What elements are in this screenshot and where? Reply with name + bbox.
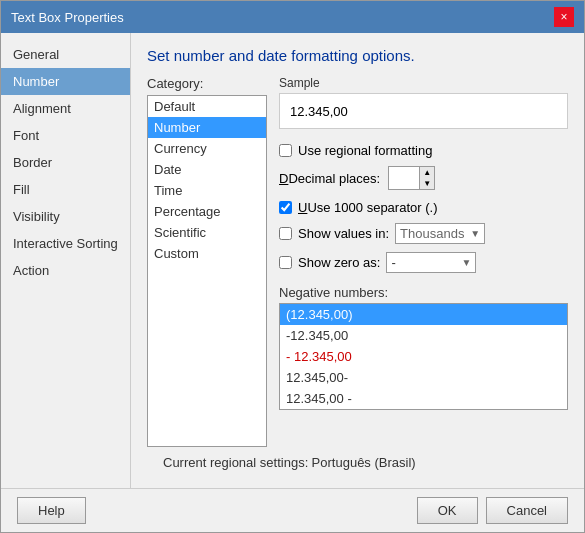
negative-item-1[interactable]: (12.345,00) [280,304,567,325]
decimal-places-input[interactable]: 2 [389,169,419,188]
category-item-time[interactable]: Time [148,180,266,201]
show-zero-value: - [391,255,395,270]
negative-item-2[interactable]: -12.345,00 [280,325,567,346]
spin-buttons: ▲ ▼ [419,167,434,189]
use-regional-label[interactable]: Use regional formatting [298,143,432,158]
titlebar: Text Box Properties × [1,1,584,33]
category-item-percentage[interactable]: Percentage [148,201,266,222]
sidebar-item-interactive-sorting[interactable]: Interactive Sorting [1,230,130,257]
decimal-places-label: DDecimal places: [279,171,380,186]
sidebar-item-fill[interactable]: Fill [1,176,130,203]
category-item-scientific[interactable]: Scientific [148,222,266,243]
category-item-default[interactable]: Default [148,96,266,117]
dialog-body: General Number Alignment Font Border Fil… [1,33,584,488]
sample-box: 12.345,00 [279,93,568,129]
use-1000-separator-label[interactable]: UUse 1000 separator (.) [298,200,437,215]
negative-item-4[interactable]: 12.345,00- [280,367,567,388]
show-zero-checkbox[interactable] [279,256,292,269]
negative-label: Negative numbers: [279,285,568,300]
category-label: Category: [147,76,267,91]
regional-label: Current regional settings: [163,455,308,470]
sample-value: 12.345,00 [290,104,348,119]
sidebar-item-number[interactable]: Number [1,68,130,95]
spin-up-button[interactable]: ▲ [420,167,434,178]
category-list[interactable]: Default Number Currency Date Time Percen… [147,95,267,447]
spin-down-button[interactable]: ▼ [420,178,434,189]
show-values-row: Show values in: Thousands ▼ [279,223,568,244]
options-panel: Sample 12.345,00 Use regional formatting… [279,76,568,447]
show-zero-row: Show zero as: - ▼ [279,252,568,273]
dialog-title: Text Box Properties [11,10,124,25]
use-1000-separator-checkbox[interactable] [279,201,292,214]
sidebar-item-alignment[interactable]: Alignment [1,95,130,122]
show-values-option: Thousands [400,226,464,241]
regional-value: Português (Brasil) [312,455,416,470]
show-values-label[interactable]: Show values in: [298,226,389,241]
negative-item-5[interactable]: 12.345,00 - [280,388,567,409]
category-item-number[interactable]: Number [148,117,266,138]
main-area: Category: Default Number Currency Date T… [147,76,568,447]
negative-list[interactable]: (12.345,00) -12.345,00 - 12.345,00 12.34… [279,303,568,410]
sidebar-item-visibility[interactable]: Visibility [1,203,130,230]
negative-item-3[interactable]: - 12.345,00 [280,346,567,367]
help-button[interactable]: Help [17,497,86,524]
negative-section: Negative numbers: (12.345,00) -12.345,00… [279,285,568,410]
close-button[interactable]: × [554,7,574,27]
show-zero-label[interactable]: Show zero as: [298,255,380,270]
use-regional-checkbox[interactable] [279,144,292,157]
dialog-footer: Help OK Cancel [1,488,584,532]
category-item-custom[interactable]: Custom [148,243,266,264]
sample-label: Sample [279,76,568,90]
sidebar-item-general[interactable]: General [1,41,130,68]
show-zero-dropdown[interactable]: - ▼ [386,252,476,273]
sidebar-item-font[interactable]: Font [1,122,130,149]
dropdown-arrow-icon: ▼ [470,228,480,239]
sidebar-item-action[interactable]: Action [1,257,130,284]
ok-button[interactable]: OK [417,497,478,524]
sample-section: Sample 12.345,00 [279,76,568,133]
decimal-places-row: DDecimal places: 2 ▲ ▼ [279,166,568,190]
cancel-button[interactable]: Cancel [486,497,568,524]
show-values-dropdown[interactable]: Thousands ▼ [395,223,485,244]
dropdown-arrow-zero-icon: ▼ [461,257,471,268]
use-regional-row: Use regional formatting [279,143,568,158]
sidebar: General Number Alignment Font Border Fil… [1,33,131,488]
category-item-date[interactable]: Date [148,159,266,180]
main-content: Set number and date formatting options. … [131,33,584,488]
category-panel: Category: Default Number Currency Date T… [147,76,267,447]
use-1000-separator-row: UUse 1000 separator (.) [279,200,568,215]
sidebar-item-border[interactable]: Border [1,149,130,176]
decimal-input-wrapper: 2 ▲ ▼ [388,166,435,190]
content-header: Set number and date formatting options. [147,47,568,64]
footer-right: OK Cancel [417,497,568,524]
regional-bar: Current regional settings: Português (Br… [147,447,568,474]
show-values-checkbox[interactable] [279,227,292,240]
dialog: Text Box Properties × General Number Ali… [0,0,585,533]
category-item-currency[interactable]: Currency [148,138,266,159]
